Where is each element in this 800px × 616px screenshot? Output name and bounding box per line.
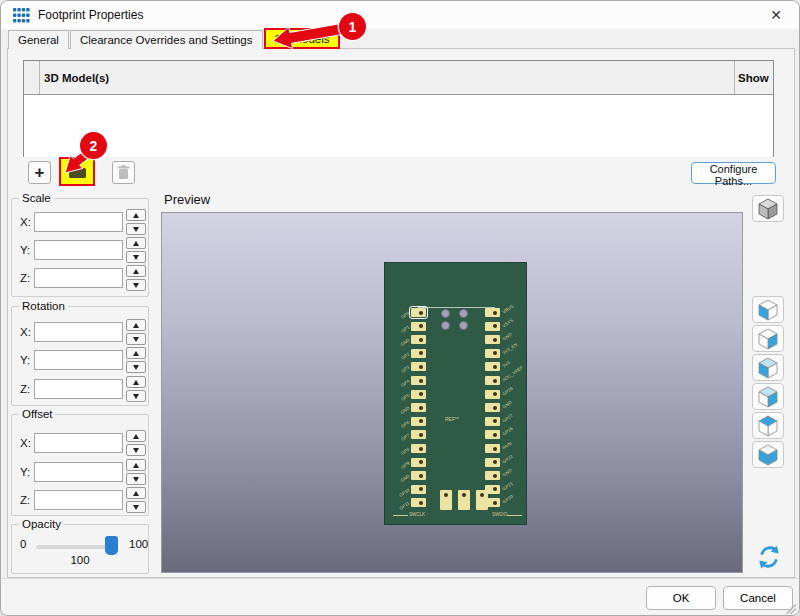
opacity-group: Opacity 0 100 100 <box>11 524 149 574</box>
offset-group: Offset X: Y: Z: <box>11 414 149 516</box>
offset-z-spin-down[interactable] <box>126 501 146 513</box>
rotation-x-spin-up[interactable] <box>126 319 146 331</box>
pcb-swclk-pad <box>440 490 452 510</box>
pcb-pad-left <box>411 376 426 385</box>
pcb-pin-label: 3V3 <box>502 360 511 369</box>
pcb-pad-left <box>411 403 426 412</box>
pcb-pin-label: GP28 <box>502 385 514 396</box>
scale-z-spin-down[interactable] <box>126 279 146 291</box>
scale-x-spin-up[interactable] <box>126 209 146 221</box>
rotation-x-input[interactable] <box>34 322 123 342</box>
pcb-pin-label: GND <box>502 400 513 410</box>
pcb-pad-left <box>411 362 426 371</box>
pcb-pin-label: GP26 <box>502 426 514 437</box>
spin-down-icon <box>133 255 139 260</box>
pcb-hole <box>459 321 468 330</box>
scale-y-spin-down[interactable] <box>126 251 146 263</box>
app-footprint-icon <box>13 8 30 23</box>
rotation-z-spin-up[interactable] <box>126 376 146 388</box>
pcb-pad-left <box>411 458 426 467</box>
spin-down-icon <box>133 394 139 399</box>
view-back-button[interactable] <box>752 383 784 410</box>
view-bottom-button[interactable] <box>752 441 784 468</box>
offset-y-spin-down[interactable] <box>126 473 146 485</box>
rotation-y-label: Y: <box>20 354 30 366</box>
spin-up-icon <box>133 434 139 439</box>
reload-preview-button[interactable] <box>753 541 785 573</box>
pcb-pin-label: GP22 <box>502 453 514 464</box>
delete-model-button[interactable] <box>112 161 135 184</box>
offset-x-spin-down[interactable] <box>126 444 146 456</box>
view-top-button[interactable] <box>752 412 784 439</box>
scale-y-input[interactable] <box>34 240 123 260</box>
rotation-z-row: Z: <box>12 379 150 399</box>
ok-button[interactable]: OK <box>646 586 716 610</box>
pcb-pad-right <box>485 417 500 426</box>
view-bottom-cube-icon <box>756 443 780 467</box>
pcb-pad-right <box>485 444 500 453</box>
opacity-slider-thumb[interactable] <box>105 536 118 555</box>
rotation-group: Rotation X: Y: Z: <box>11 306 149 406</box>
spin-up-icon <box>133 351 139 356</box>
offset-z-spin-up[interactable] <box>126 487 146 499</box>
pcb-pad-left <box>411 308 426 317</box>
plus-icon: + <box>35 163 45 183</box>
scale-x-input[interactable] <box>34 212 123 232</box>
column-header-3d-models: 3D Model(s) <box>40 61 735 94</box>
pcb-pad-right <box>485 322 500 331</box>
perspective-toggle-button[interactable] <box>752 195 784 222</box>
offset-y-input[interactable] <box>34 462 123 482</box>
offset-z-row: Z: <box>12 490 150 510</box>
models-table-body[interactable] <box>24 95 773 157</box>
opacity-min-label: 0 <box>20 538 26 550</box>
rotation-z-spin-down[interactable] <box>126 390 146 402</box>
opacity-max-label: 100 <box>129 538 148 550</box>
pcb-silk-line <box>393 515 408 516</box>
pcb-pad-right <box>485 430 500 439</box>
rotation-y-row: Y: <box>12 350 150 370</box>
pcb-ref-text: REF** <box>445 416 459 422</box>
rotation-z-input[interactable] <box>34 379 123 399</box>
spin-up-icon <box>133 380 139 385</box>
offset-z-input[interactable] <box>34 490 123 510</box>
pcb-pad-right <box>485 376 500 385</box>
models-table: 3D Model(s) Show <box>23 60 774 157</box>
rotation-y-spin-down[interactable] <box>126 361 146 373</box>
add-model-button[interactable]: + <box>28 161 51 184</box>
offset-y-spin-up[interactable] <box>126 459 146 471</box>
view-left-button[interactable] <box>752 296 784 323</box>
scale-x-row: X: <box>12 212 150 232</box>
tab-general[interactable]: General <box>8 30 69 49</box>
resize-grip[interactable] <box>786 604 796 614</box>
opacity-slider-track[interactable] <box>36 545 114 549</box>
bottom-bar: OK Cancel <box>1 578 799 616</box>
scale-y-spin-up[interactable] <box>126 237 146 249</box>
preview-label: Preview <box>164 192 210 207</box>
spin-down-icon <box>133 505 139 510</box>
offset-y-row: Y: <box>12 462 150 482</box>
view-right-button[interactable] <box>752 325 784 352</box>
preview-3d-viewport[interactable]: GP0GP1GNDGP2GP3GP4GP5GNDGP6GP7GP8GP9GNDG… <box>161 212 743 573</box>
footprint-properties-dialog: Footprint Properties ✕ General Clearance… <box>0 0 800 616</box>
configure-paths-button[interactable]: Configure Paths... <box>691 162 776 184</box>
title-bar: Footprint Properties ✕ <box>1 1 799 29</box>
offset-x-input[interactable] <box>34 433 123 453</box>
rotation-x-spin-down[interactable] <box>126 333 146 345</box>
scale-z-spin-up[interactable] <box>126 265 146 277</box>
offset-x-spin-up[interactable] <box>126 430 146 442</box>
cancel-button[interactable]: Cancel <box>723 586 793 610</box>
pcb-pad-left <box>411 430 426 439</box>
pcb-pad-right <box>485 308 500 317</box>
rotation-y-spin-up[interactable] <box>126 347 146 359</box>
scale-x-spin-down[interactable] <box>126 223 146 235</box>
view-left-cube-icon <box>756 298 780 322</box>
pcb-pad-left <box>411 417 426 426</box>
pcb-pin-label: GP21 <box>502 481 514 492</box>
rotation-y-input[interactable] <box>34 350 123 370</box>
close-icon[interactable]: ✕ <box>761 4 791 26</box>
view-front-button[interactable] <box>752 354 784 381</box>
tab-clearance-overrides[interactable]: Clearance Overrides and Settings <box>70 30 263 49</box>
pcb-pin-label: 3V3_EN <box>502 342 519 356</box>
scale-y-row: Y: <box>12 240 150 260</box>
scale-z-input[interactable] <box>34 268 123 288</box>
